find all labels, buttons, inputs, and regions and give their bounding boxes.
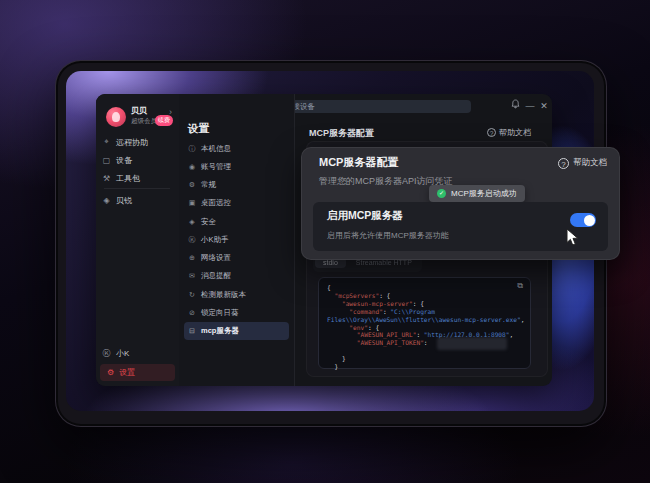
remote-assist-icon: ⌖ — [102, 137, 111, 147]
toolbox-icon: ⚒ — [102, 174, 111, 183]
code-line: } — [327, 355, 522, 363]
sidebar: 贝贝 超级会员 续费 › ⌖ 远程协助 ▢ 设备 ⚒ 工具包 — [96, 94, 180, 386]
nav-item-label: 桌面远控 — [201, 198, 231, 208]
sidebar-item-label: 远程协助 — [116, 137, 148, 148]
nav-item-notifications[interactable]: ✉消息提醒 — [184, 267, 289, 285]
popup-help-label: 帮助文档 — [573, 157, 607, 169]
sidebar-item-settings[interactable]: ⚙ 设置 — [100, 364, 175, 381]
nav-item-remote-desktop[interactable]: ▣桌面远控 — [184, 194, 289, 212]
nav-item-general[interactable]: ⚙常规 — [184, 176, 289, 194]
bell-icon-svg — [511, 99, 520, 109]
nav-item-lock-app[interactable]: ⊘锁定向日葵 — [184, 304, 289, 322]
sidebar-item-label: 设置 — [119, 367, 135, 378]
enable-mcp-panel: 启用MCP服务器 启用后将允许使用MCP服务器功能 — [313, 202, 608, 251]
sidebar-item-label: 设备 — [116, 155, 132, 166]
sidebar-item-remote-assist[interactable]: ⌖ 远程协助 — [102, 133, 174, 151]
nav-item-label: 消息提醒 — [201, 271, 231, 281]
nav-item-check-update[interactable]: ↻检测最新版本 — [184, 286, 289, 304]
sidebar-item-label: 小K — [116, 348, 129, 359]
nav-item-mcp-server[interactable]: ⊟mcp服务器 — [184, 322, 289, 340]
assistant-icon: Ⓚ — [102, 348, 111, 359]
message-icon: ✉ — [188, 272, 196, 280]
bell-icon[interactable] — [508, 99, 522, 113]
close-button[interactable]: ✕ — [537, 99, 551, 113]
popup-title: MCP服务器配置 — [319, 155, 398, 170]
avatar[interactable] — [106, 107, 126, 127]
chevron-right-icon[interactable]: › — [169, 107, 172, 117]
nav-item-security[interactable]: ◈安全 — [184, 213, 289, 231]
toast-text: MCP服务启动成功 — [451, 188, 517, 199]
nav-item-label: 账号管理 — [201, 162, 231, 172]
sidebar-item-xiaok[interactable]: Ⓚ 小K — [102, 344, 174, 362]
help-doc-link[interactable]: ? 帮助文档 — [487, 127, 531, 138]
settings-nav: 设置 ⓘ本机信息 ◉账号管理 ⚙常规 ▣桌面远控 ◈安全 Ⓚ小K助手 ⊕网络设置… — [179, 94, 295, 386]
server-icon: ⊟ — [188, 327, 196, 335]
settings-nav-header: 设置 — [188, 122, 209, 136]
nav-item-label: 锁定向日葵 — [201, 308, 239, 318]
copy-icon[interactable]: ⧉ — [517, 282, 523, 290]
nav-item-label: 网络设置 — [201, 253, 231, 263]
nav-item-label: mcp服务器 — [201, 326, 239, 336]
shield-icon: ◈ — [188, 218, 196, 226]
devices-icon: ▢ — [102, 156, 111, 165]
code-lines: { "mcpServers": { "awesun-mcp-server": {… — [327, 284, 522, 371]
account-icon: ◉ — [188, 163, 196, 171]
sidebar-item-toolbox[interactable]: ⚒ 工具包 — [102, 169, 174, 187]
redacted-token — [437, 337, 507, 350]
nav-item-device-info[interactable]: ⓘ本机信息 — [184, 140, 289, 158]
gear-icon: ⚙ — [107, 368, 114, 377]
help-icon: ? — [487, 128, 496, 137]
update-icon: ↻ — [188, 291, 196, 299]
enable-mcp-desc: 启用后将允许使用MCP服务器功能 — [327, 230, 449, 241]
lock-icon: ⊘ — [188, 309, 196, 317]
monitor-icon: ▣ — [188, 199, 196, 207]
code-line: "command": "C:\\Program — [327, 308, 522, 316]
assistant-icon: Ⓚ — [188, 235, 196, 245]
nav-item-account[interactable]: ◉账号管理 — [184, 158, 289, 176]
desktop-background: 搜索/连接设备 — ✕ 贝贝 超级会员 续费 › ⌖ 远程协助 — [0, 0, 650, 483]
mouse-cursor — [566, 228, 579, 250]
sidebar-item-label: 工具包 — [116, 173, 140, 184]
enable-mcp-title: 启用MCP服务器 — [327, 209, 403, 223]
code-line: "mcpServers": { — [327, 292, 522, 300]
minimize-button[interactable]: — — [523, 99, 537, 113]
nav-item-assistant[interactable]: Ⓚ小K助手 — [184, 231, 289, 249]
user-level: 超级会员 — [131, 117, 157, 126]
help-doc-label: 帮助文档 — [499, 127, 531, 138]
brand-icon: ◈ — [102, 196, 111, 205]
nav-item-label: 安全 — [201, 217, 216, 227]
user-name: 贝贝 — [131, 105, 147, 116]
toggle-knob — [584, 215, 595, 226]
code-line: Files\\Oray\\AweSun\\flutter\\awesun-mcp… — [327, 316, 522, 324]
nav-item-network[interactable]: ⊕网络设置 — [184, 249, 289, 267]
info-icon: ⓘ — [188, 144, 196, 154]
enable-mcp-toggle[interactable] — [570, 213, 596, 227]
code-line: "env": { — [327, 324, 522, 332]
page-title: MCP服务器配置 — [309, 127, 374, 140]
network-icon: ⊕ — [188, 254, 196, 262]
success-toast: ✓ MCP服务启动成功 — [429, 185, 525, 202]
code-line: } — [327, 363, 522, 371]
check-icon: ✓ — [437, 189, 446, 198]
nav-item-label: 检测最新版本 — [201, 290, 246, 300]
sidebar-item-brand[interactable]: ◈ 贝锐 — [102, 191, 174, 209]
code-line: { — [327, 284, 522, 292]
code-line: "awesun-mcp-server": { — [327, 300, 522, 308]
nav-item-label: 小K助手 — [201, 235, 229, 245]
nav-item-label: 常规 — [201, 180, 216, 190]
sidebar-divider — [104, 188, 170, 189]
popup-help-doc-link[interactable]: ? 帮助文档 — [558, 157, 607, 169]
nav-item-label: 本机信息 — [201, 144, 231, 154]
cursor-arrow-icon — [566, 228, 579, 246]
help-icon: ? — [558, 158, 569, 169]
sidebar-item-devices[interactable]: ▢ 设备 — [102, 151, 174, 169]
mcp-config-code-block: { "mcpServers": { "awesun-mcp-server": {… — [318, 277, 531, 369]
sidebar-item-label: 贝锐 — [116, 195, 132, 206]
gear-icon: ⚙ — [188, 181, 196, 189]
